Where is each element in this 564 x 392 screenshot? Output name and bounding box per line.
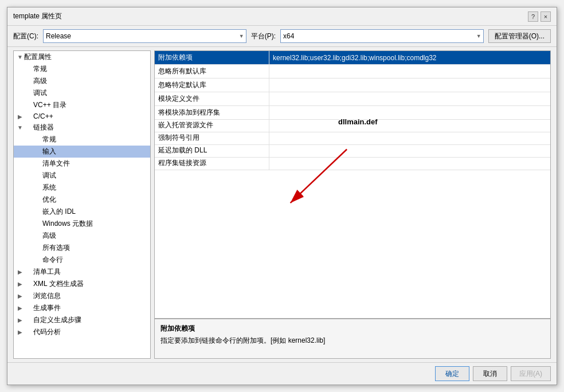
tree-item-codeanalysis[interactable]: ▶ 代码分析 <box>14 326 150 338</box>
tree-item-label: 嵌入的 IDL <box>24 207 76 217</box>
tree-item-cmdline[interactable]: 命令行 <box>14 254 150 266</box>
tree-item-label: XML 文档生成器 <box>24 279 84 289</box>
tree-item-linker-general[interactable]: 常规 <box>14 134 150 146</box>
close-button[interactable]: × <box>540 11 551 22</box>
expand-icon: ▶ <box>16 329 24 335</box>
tree-item-alloptions[interactable]: 所有选项 <box>14 242 150 254</box>
tree-item-winmeta[interactable]: Windows 元数据 <box>14 218 150 230</box>
tree-item-label: 链接器 <box>24 123 54 132</box>
tree-item-debug1[interactable]: 调试 <box>14 87 150 99</box>
tree-item-config[interactable]: ▼ 配置属性 <box>14 51 150 63</box>
prop-value <box>269 119 550 132</box>
tree-item-label: VC++ 目录 <box>24 100 66 110</box>
tree-item-xmldoc[interactable]: ▶ XML 文档生成器 <box>14 278 150 290</box>
expand-icon <box>16 66 24 72</box>
prop-name: 程序集链接资源 <box>155 156 269 170</box>
prop-value <box>269 156 550 170</box>
tree-item-label: 代码分析 <box>24 327 61 337</box>
apply-button[interactable]: 应用(A) <box>511 366 551 381</box>
tree-item-label: C/C++ <box>24 112 53 120</box>
prop-row-delay-dll[interactable]: 延迟加载的 DLL <box>155 144 550 158</box>
tree-item-debug2[interactable]: 调试 <box>14 170 150 182</box>
tree-item-system[interactable]: 系统 <box>14 182 150 194</box>
tree-item-linker-input[interactable]: 输入 <box>14 146 150 158</box>
expand-icon <box>16 173 24 179</box>
prop-name: 嵌入托管资源文件 <box>155 119 269 132</box>
prop-row-assembly-link[interactable]: 程序集链接资源 <box>155 156 550 170</box>
toolbar-row: 配置(C): Release Debug 平台(P): x64 x86 配置管理… <box>7 26 557 47</box>
prop-value <box>269 131 550 144</box>
tree-item-linker[interactable]: ▼ 链接器 <box>14 121 150 134</box>
prop-row-force-symbol[interactable]: 强制符号引用 <box>155 131 550 145</box>
expand-icon: ▼ <box>16 124 24 131</box>
prop-row-ignore-all[interactable]: 忽略所有默认库 <box>155 65 550 79</box>
platform-select-wrapper: x64 x86 <box>280 29 484 43</box>
prop-row-additional-deps[interactable]: 附加依赖项 kernel32.lib;user32.lib;gdi32.lib;… <box>155 51 550 65</box>
tree-item-label: 命令行 <box>24 255 63 265</box>
description-text: 指定要添加到链接命令行的附加项。[例如 kernel32.lib] <box>160 336 545 346</box>
tree-item-label: 常规 <box>24 135 56 144</box>
dialog: template 属性页 ? × 配置(C): Release Debug 平台… <box>7 7 557 385</box>
prop-value: kernel32.lib;user32.lib;gdi32.lib;winspo… <box>269 51 550 64</box>
tree-item-label: 高级 <box>24 76 47 86</box>
platform-select[interactable]: x64 x86 <box>280 29 484 43</box>
dialog-title: template 属性页 <box>13 11 62 21</box>
help-button[interactable]: ? <box>528 11 538 22</box>
props-table: 附加依赖项 kernel32.lib;user32.lib;gdi32.lib;… <box>155 51 550 318</box>
cancel-button[interactable]: 取消 <box>473 366 507 381</box>
right-panel: 附加依赖项 kernel32.lib;user32.lib;gdi32.lib;… <box>154 50 551 359</box>
prop-name: 延迟加载的 DLL <box>155 144 269 157</box>
tree-item-label: 清单文件 <box>24 159 70 168</box>
tree-item-browse[interactable]: ▶ 浏览信息 <box>14 290 150 302</box>
prop-name: 忽略所有默认库 <box>155 65 269 78</box>
expand-icon: ▶ <box>16 269 24 275</box>
tree-item-label: 所有选项 <box>24 243 70 253</box>
expand-icon: ▶ <box>16 317 24 323</box>
expand-icon <box>16 102 24 108</box>
expand-icon <box>16 221 24 227</box>
tree-item-label: 优化 <box>24 195 56 205</box>
expand-icon <box>16 78 24 84</box>
prop-value <box>269 79 550 92</box>
expand-icon <box>16 209 24 215</box>
tree-item-manifest[interactable]: 清单文件 <box>14 158 150 170</box>
tree-item-custombuild[interactable]: ▶ 自定义生成步骤 <box>14 314 150 326</box>
tree-item-label: 调试 <box>24 171 56 181</box>
prop-value <box>269 144 550 157</box>
tree-item-manifesttool[interactable]: ▶ 清单工具 <box>14 266 150 278</box>
expand-icon <box>16 185 24 191</box>
tree-item-optimize[interactable]: 优化 <box>14 194 150 206</box>
prop-row-ignore-specific[interactable]: 忽略特定默认库 <box>155 79 550 92</box>
tree-item-buildevent[interactable]: ▶ 生成事件 <box>14 302 150 314</box>
tree-item-vc[interactable]: VC++ 目录 <box>14 99 150 111</box>
ok-button[interactable]: 确定 <box>435 366 469 381</box>
prop-name: 忽略特定默认库 <box>155 79 269 92</box>
title-controls: ? × <box>528 11 551 22</box>
tree-item-label: 常规 <box>24 64 47 74</box>
tree-item-label: 清单工具 <box>24 267 61 277</box>
tree-item-idl[interactable]: 嵌入的 IDL <box>14 206 150 218</box>
expand-icon: ▶ <box>16 293 24 299</box>
prop-value <box>269 106 550 119</box>
expand-icon <box>16 148 24 155</box>
tree-item-label: 输入 <box>24 147 56 156</box>
annotation-area: 将模块添加到程序集 嵌入托管资源文件 强制符号引用 延迟加载的 DLL <box>155 106 550 232</box>
description-panel: 附加依赖项 指定要添加到链接命令行的附加项。[例如 kernel32.lib] <box>155 318 550 358</box>
tree-item-advanced1[interactable]: 高级 <box>14 75 150 87</box>
config-select[interactable]: Release Debug <box>43 29 246 43</box>
tree-item-advanced2[interactable]: 高级 <box>14 230 150 242</box>
prop-row-module-def[interactable]: 模块定义文件 <box>155 92 550 106</box>
expand-icon: ▶ <box>16 281 24 287</box>
tree-item-label: 高级 <box>24 231 56 241</box>
expand-icon <box>16 233 24 239</box>
title-bar: template 属性页 ? × <box>7 7 557 26</box>
tree-item-label: Windows 元数据 <box>24 219 93 229</box>
tree-item-general1[interactable]: 常规 <box>14 63 150 75</box>
expand-icon <box>16 90 24 96</box>
config-manager-button[interactable]: 配置管理器(O)... <box>488 29 551 43</box>
platform-label: 平台(P): <box>251 32 276 41</box>
tree-item-label: 生成事件 <box>24 303 61 313</box>
expand-icon <box>16 245 24 251</box>
tree-item-cpp[interactable]: ▶ C/C++ <box>14 111 150 121</box>
prop-name: 附加依赖项 <box>155 51 269 64</box>
